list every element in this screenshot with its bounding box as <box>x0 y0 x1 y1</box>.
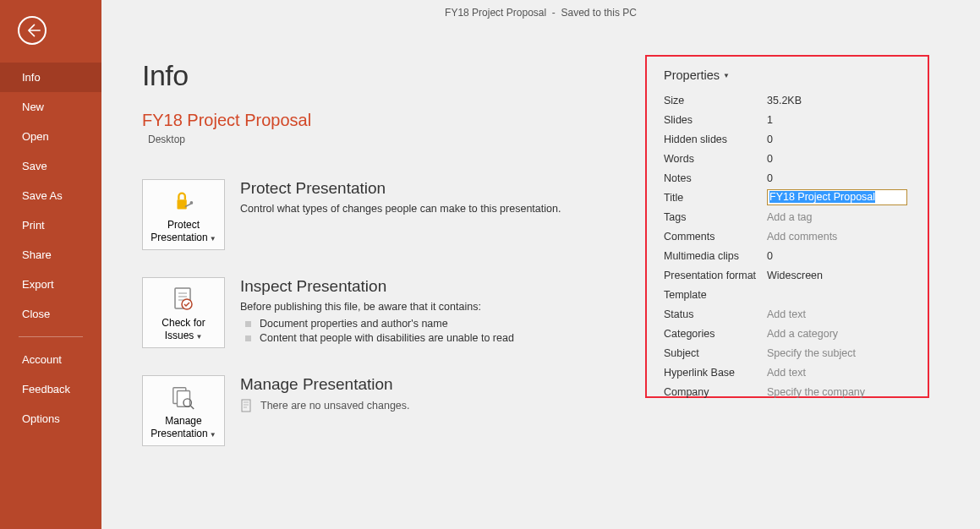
chevron-down-icon: ▼ <box>195 333 202 341</box>
manage-section: Manage Presentation▼ Manage Presentation… <box>142 375 642 446</box>
document-icon <box>240 399 254 412</box>
sidebar-item-print[interactable]: Print <box>0 210 101 240</box>
sidebar-item-info[interactable]: Info <box>0 63 101 92</box>
property-row: Size35.2KB <box>664 90 916 110</box>
manage-text: Manage Presentation There are no unsaved… <box>240 375 410 446</box>
nav-top: InfoNewOpenSaveSave AsPrintShareExportCl… <box>0 63 101 329</box>
svg-line-7 <box>190 406 194 409</box>
unsaved-line: There are no unsaved changes. <box>240 399 410 412</box>
sidebar-item-options[interactable]: Options <box>0 404 101 434</box>
inspect-heading: Inspect Presentation <box>240 277 514 296</box>
back-button-wrap <box>0 0 101 63</box>
manage-presentation-button[interactable]: Manage Presentation▼ <box>142 375 225 446</box>
manage-heading: Manage Presentation <box>240 375 410 394</box>
content: Info FY18 Project Proposal Desktop Prote… <box>101 0 980 473</box>
svg-rect-0 <box>178 199 187 209</box>
properties-dropdown[interactable]: Properties ▼ <box>664 68 916 82</box>
property-row: CommentsAdd comments <box>664 226 916 246</box>
backstage-sidebar: InfoNewOpenSaveSave AsPrintShareExportCl… <box>0 0 101 529</box>
inspect-item: Content that people with disabilities ar… <box>245 332 514 344</box>
property-label: Company <box>664 386 767 398</box>
svg-point-1 <box>190 201 194 205</box>
sidebar-item-save[interactable]: Save <box>0 151 101 181</box>
sidebar-item-open[interactable]: Open <box>0 122 101 151</box>
nav-bottom: AccountFeedbackOptions <box>0 345 101 434</box>
protect-presentation-button[interactable]: Protect Presentation▼ <box>142 179 225 250</box>
sidebar-item-account[interactable]: Account <box>0 345 101 374</box>
property-value[interactable]: Add text <box>767 367 806 379</box>
property-label: Status <box>664 308 767 320</box>
property-row: Hidden slides0 <box>664 129 916 149</box>
property-row: StatusAdd text <box>664 304 916 324</box>
property-label: Hyperlink Base <box>664 367 767 379</box>
property-row: Multimedia clips0 <box>664 246 916 265</box>
titlebar-status: Saved to this PC <box>561 7 637 19</box>
property-value[interactable]: Specify the company <box>767 386 865 398</box>
property-label: Tags <box>664 211 767 223</box>
sidebar-item-export[interactable]: Export <box>0 270 101 299</box>
property-label: Template <box>664 289 767 301</box>
property-value: 0 <box>767 250 773 262</box>
titlebar-filename: FY18 Project Proposal <box>445 7 546 19</box>
property-label: Subject <box>664 347 767 359</box>
back-button[interactable] <box>18 16 47 45</box>
protect-button-label: Protect Presentation▼ <box>146 219 221 244</box>
protect-heading: Protect Presentation <box>240 179 561 198</box>
title-bar: FY18 Project Proposal - Saved to this PC <box>101 0 980 25</box>
property-label: Slides <box>664 114 767 126</box>
property-row: Notes0 <box>664 168 916 188</box>
manage-icon <box>171 383 196 412</box>
sidebar-item-saveas[interactable]: Save As <box>0 181 101 210</box>
property-label: Notes <box>664 172 767 184</box>
property-value: 1 <box>767 114 773 126</box>
unsaved-text: There are no unsaved changes. <box>260 400 410 412</box>
inspect-button-label: Check for Issues▼ <box>146 317 221 342</box>
main-area: FY18 Project Proposal - Saved to this PC… <box>101 0 980 529</box>
property-value: 0 <box>767 153 773 165</box>
document-check-icon <box>172 285 194 314</box>
properties-panel: Properties ▼ Size35.2KBSlides1Hidden sli… <box>645 55 929 398</box>
file-title: FY18 Project Proposal <box>142 111 642 130</box>
property-label: Presentation format <box>664 270 767 281</box>
property-label: Hidden slides <box>664 134 767 145</box>
property-row: Hyperlink BaseAdd text <box>664 363 916 382</box>
property-row: TitleFY18 Project Proposal <box>664 188 916 207</box>
property-row: CategoriesAdd a category <box>664 324 916 343</box>
sidebar-item-close[interactable]: Close <box>0 299 101 329</box>
property-label: Size <box>664 95 767 106</box>
inspect-desc: Before publishing this file, be aware th… <box>240 301 514 313</box>
svg-rect-8 <box>242 400 250 412</box>
property-row: Words0 <box>664 149 916 168</box>
chevron-down-icon: ▼ <box>723 72 730 79</box>
property-row: TagsAdd a tag <box>664 207 916 226</box>
property-value[interactable]: Specify the subject <box>767 347 856 359</box>
title-input[interactable]: FY18 Project Proposal <box>767 189 907 205</box>
property-row: SubjectSpecify the subject <box>664 343 916 363</box>
property-row: Template <box>664 285 916 304</box>
property-label: Categories <box>664 328 767 340</box>
property-value[interactable]: Add a tag <box>767 211 813 223</box>
inspect-list: Document properties and author's name Co… <box>245 318 514 344</box>
sidebar-item-feedback[interactable]: Feedback <box>0 374 101 404</box>
property-value[interactable]: Add text <box>767 308 806 320</box>
property-row: Slides1 <box>664 110 916 129</box>
property-label: Words <box>664 153 767 165</box>
property-value[interactable]: Add comments <box>767 231 837 243</box>
chevron-down-icon: ▼ <box>210 431 216 439</box>
protect-text: Protect Presentation Control what types … <box>240 179 561 250</box>
inspect-section: Check for Issues▼ Inspect Presentation B… <box>142 277 642 348</box>
property-label: Multimedia clips <box>664 250 767 262</box>
lock-icon <box>171 187 196 215</box>
property-value: Widescreen <box>767 270 823 281</box>
protect-section: Protect Presentation▼ Protect Presentati… <box>142 179 642 250</box>
chevron-down-icon: ▼ <box>210 235 216 243</box>
check-for-issues-button[interactable]: Check for Issues▼ <box>142 277 225 348</box>
nav-separator <box>19 336 83 337</box>
protect-desc: Control what types of changes people can… <box>240 203 561 215</box>
inspect-item: Document properties and author's name <box>245 318 514 330</box>
manage-button-label: Manage Presentation▼ <box>146 415 221 440</box>
sidebar-item-new[interactable]: New <box>0 92 101 122</box>
sidebar-item-share[interactable]: Share <box>0 240 101 270</box>
property-value: 0 <box>767 172 773 184</box>
property-value[interactable]: Add a category <box>767 328 838 340</box>
